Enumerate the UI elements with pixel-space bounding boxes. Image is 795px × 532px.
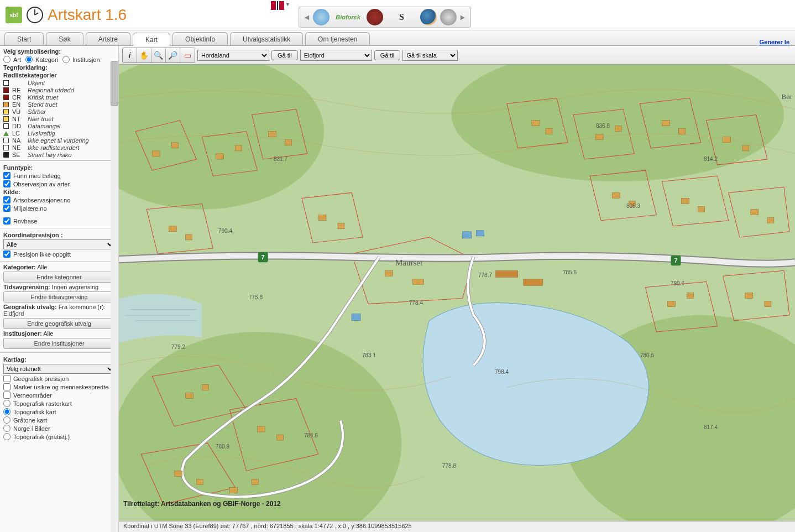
endre-tids-button[interactable]: Endre tidsavgrensing [3,291,115,302]
svg-rect-49 [765,301,771,307]
kartlag-label: Kartlag: [3,356,115,363]
tab-start[interactable]: Start [4,32,44,45]
symbol-radio-art[interactable]: Art [3,56,21,63]
svg-rect-16 [269,132,276,137]
tab-kart[interactable]: Kart [133,33,170,46]
legend-swatch [3,145,9,150]
tab-sok[interactable]: Søk [46,32,83,45]
legend-row: DDDatamangel [3,123,115,129]
partner-logo-1[interactable] [313,9,329,25]
tab-utvalg[interactable]: Utvalgsstatistikk [230,32,303,45]
partner-next-arrow[interactable]: ► [458,13,467,22]
symbol-radio-institusjon[interactable]: Institusjon [62,56,100,63]
kilde-check[interactable]: Artsobservasjoner.no [3,196,115,204]
tab-artstre[interactable]: Artstre [86,32,130,45]
flag-icon[interactable] [271,1,284,10]
kartlag-option[interactable]: Topografisk kart [3,408,115,415]
partner-logo-bioforsk[interactable]: Bioforsk [333,9,363,25]
map-attribution: Tilrettelagt: Artsdatabanken og GBIF-Nor… [123,500,281,508]
svg-rect-50 [496,270,518,277]
funntype-label: Funntype: [3,164,115,171]
legend-row: RERegionalt utdødd [3,87,115,93]
spot-height: 784.6 [304,432,318,439]
tab-om[interactable]: Om tjenesten [305,32,370,45]
koord-check[interactable]: Presisjon ikke oppgitt [3,251,115,258]
partner-prev-arrow[interactable]: ◄ [302,13,311,22]
generate-link[interactable]: Generer le [760,39,789,45]
scale-select[interactable]: Gå til skala [402,50,458,61]
sidebar-scrollbar[interactable] [111,61,118,532]
flag-dropdown-arrow[interactable]: ▼ [285,2,290,7]
legend-row: SESvært høy risiko [3,152,115,158]
svg-rect-52 [463,232,472,238]
svg-rect-21 [185,234,192,240]
pan-tool[interactable]: ✋ [137,48,151,62]
place-label-bor: Bør [782,92,793,101]
kategorier-label: Kategorier: [3,264,36,270]
kartlag-option[interactable]: Geografisk presisjon [3,375,115,382]
kartlag-option[interactable]: Marker usikre og menneskespredte [3,383,115,390]
tab-bar: StartSøkArtstreKartObjektinfoUtvalgsstat… [0,30,795,46]
spot-height: 780.5 [640,352,654,358]
goto-region-button[interactable]: Gå til [271,50,298,60]
kartlag-option[interactable]: Topografisk rasterkart [3,400,115,407]
partner-logo-6[interactable] [440,9,457,25]
kartlag-option[interactable]: Topografisk (gratistj.) [3,433,115,440]
spot-height: 814.2 [704,156,718,162]
svg-rect-42 [174,471,182,476]
kilde-check[interactable]: Miljølære.no [3,205,115,212]
legend-row: Ukjent [3,80,115,86]
legend-row: NAIkke egnet til vurdering [3,137,115,144]
goto-kommune-button[interactable]: Gå til [374,50,401,60]
kartlag-option[interactable]: Verneområder [3,392,115,399]
endre-kategorier-button[interactable]: Endre kategorier [3,272,115,283]
spot-height: 817.4 [704,424,718,430]
legend-swatch [3,80,9,86]
koord-select[interactable]: Alle [3,239,115,249]
svg-rect-30 [612,192,620,198]
legend-swatch-triangle [3,131,9,136]
spot-height: 798.4 [495,369,509,375]
kartlag-option[interactable]: Gråtone kart [3,416,115,424]
clock-icon [27,7,43,23]
zoom-in-tool[interactable]: 🔍 [151,48,166,62]
partner-logo-bar: ◄ Bioforsk S ► [299,7,471,28]
select-tool[interactable]: ▭ [180,48,195,62]
zoom-out-tool[interactable]: 🔎 [166,48,180,62]
place-label-maurset: Maurset [395,258,422,268]
endre-geoutvalg-button[interactable]: Endre geografisk utvalg [3,318,115,329]
spot-height: 780.9 [216,444,229,450]
region-select[interactable]: Hordaland [197,50,269,61]
koord-label: Koordinatpresisjon : [3,232,115,238]
spot-height: 785.6 [563,269,577,275]
info-tool[interactable]: i [123,48,137,62]
svg-rect-19 [338,223,344,229]
legend-swatch [3,87,9,93]
tab-objektinfo[interactable]: Objektinfo [172,32,228,45]
endre-inst-button[interactable]: Endre institusjoner [3,338,115,349]
symbol-radio-kategori[interactable]: Kategori [25,56,58,63]
svg-rect-39 [202,385,208,390]
svg-rect-43 [196,479,203,485]
legend-swatch [3,123,9,129]
kartlag-select[interactable]: Velg rutenett [3,364,115,374]
partner-logo-5[interactable] [420,9,437,25]
svg-rect-47 [687,293,694,299]
map-canvas[interactable]: 7 7 [119,65,795,521]
partner-logo-3[interactable] [367,9,383,25]
partner-logo-us[interactable]: S [386,9,417,25]
funntype-check[interactable]: Observasjon av arter [3,180,115,187]
kilde-check[interactable]: Rovbase [3,217,115,225]
funntype-check[interactable]: Funn med belegg [3,172,115,179]
svg-rect-17 [285,140,292,145]
legend-row: CRKritisk truet [3,94,115,101]
svg-rect-34 [751,210,759,215]
legend-title: Tegnforklaring: [3,64,115,71]
coord-bar: Koordinat i UTM Sone 33 (Euref89) øst: 7… [119,521,795,532]
legend-row: LCLivskraftig [3,130,115,137]
svg-rect-32 [681,198,689,204]
kartlag-option[interactable]: Norge i Bilder [3,425,115,432]
legend-row: NEIkke rødlistevurdert [3,144,115,151]
kommune-select[interactable]: Eidfjord [300,50,372,61]
spot-height: 805.3 [626,203,640,209]
